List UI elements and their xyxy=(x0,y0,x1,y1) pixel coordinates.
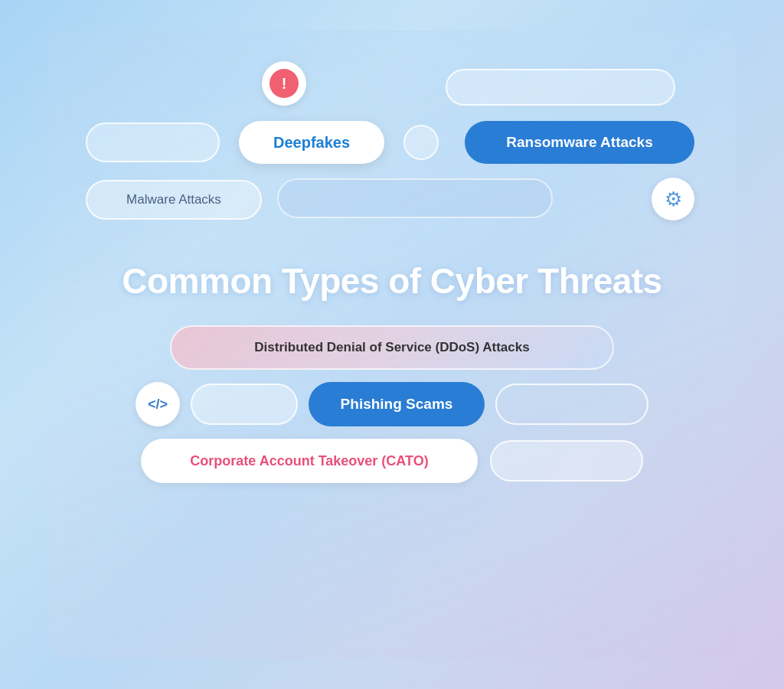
pill-blank-center-row3 xyxy=(277,178,553,218)
alert-circle: ! xyxy=(262,61,306,106)
ransomware-pill[interactable]: Ransomware Attacks xyxy=(465,121,694,164)
alert-icon: ! xyxy=(270,69,299,98)
ransomware-label: Ransomware Attacks xyxy=(506,134,652,151)
pill-blank-right-phishing xyxy=(495,384,648,425)
alert-symbol: ! xyxy=(282,75,287,93)
gear-icon: ⚙ xyxy=(665,188,682,211)
malware-label: Malware Attacks xyxy=(126,192,221,207)
phishing-label: Phishing Scams xyxy=(341,396,453,413)
pill-blank-left-row2 xyxy=(86,122,220,162)
pill-blank-top-right xyxy=(446,69,675,106)
ddos-pill[interactable]: Distributed Denial of Service (DDoS) Att… xyxy=(170,325,614,370)
pill-blank-small-left xyxy=(191,384,298,425)
gear-circle[interactable]: ⚙ xyxy=(652,178,694,220)
cato-pill[interactable]: Corporate Account Takeover (CATO) xyxy=(141,439,478,483)
circle-blank-mid xyxy=(403,125,439,160)
code-circle: </> xyxy=(136,382,180,426)
ddos-label: Distributed Denial of Service (DDoS) Att… xyxy=(254,340,529,355)
deepfakes-pill[interactable]: Deepfakes xyxy=(239,121,384,164)
bottom-area: Distributed Denial of Service (DDoS) Att… xyxy=(78,325,706,483)
phishing-pill[interactable]: Phishing Scams xyxy=(309,382,485,426)
main-container: ! Deepfakes Ransomware Attacks Malware A… xyxy=(47,31,737,658)
deepfakes-label: Deepfakes xyxy=(273,134,350,152)
cato-row: Corporate Account Takeover (CATO) xyxy=(78,439,706,483)
phishing-row: </> Phishing Scams xyxy=(78,382,706,426)
malware-pill[interactable]: Malware Attacks xyxy=(86,180,262,220)
page-title: Common Types of Cyber Threats xyxy=(122,260,662,302)
main-title-section: Common Types of Cyber Threats xyxy=(122,260,662,302)
pill-blank-cato xyxy=(490,440,643,482)
cato-label: Corporate Account Takeover (CATO) xyxy=(190,453,428,469)
code-icon: </> xyxy=(148,397,168,413)
top-decorative-area: ! Deepfakes Ransomware Attacks Malware A… xyxy=(78,54,706,253)
